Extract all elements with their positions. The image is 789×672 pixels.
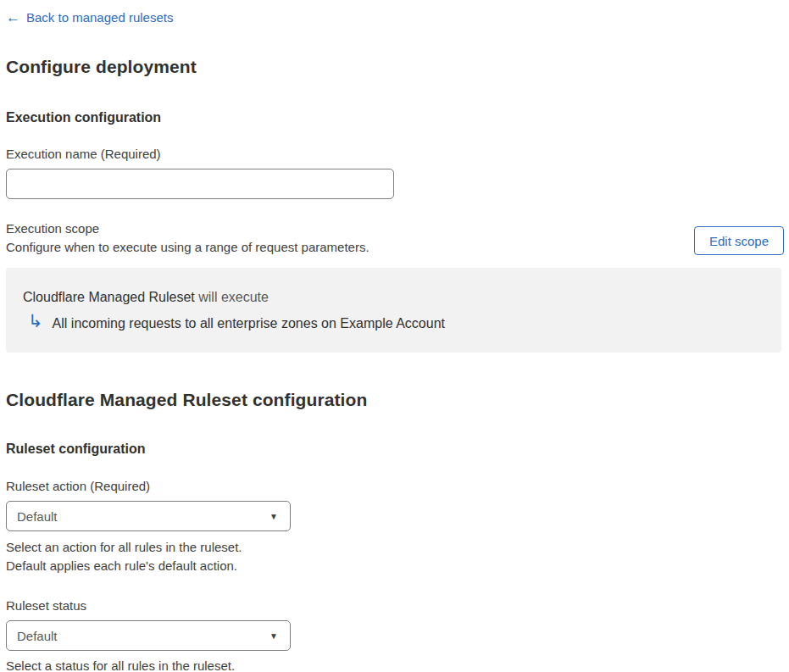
ruleset-configuration-subheading: Ruleset configuration — [6, 442, 784, 457]
ruleset-name-text: Cloudflare Managed Ruleset — [23, 290, 195, 304]
ruleset-status-help: Select a status for all rules in the rul… — [6, 657, 784, 672]
execution-configuration-heading: Execution configuration — [6, 110, 784, 125]
ruleset-configuration-title: Cloudflare Managed Ruleset configuration — [6, 390, 784, 410]
back-arrow-icon: ← — [6, 10, 20, 25]
chevron-down-icon: ▼ — [269, 631, 278, 641]
ruleset-action-value: Default — [17, 509, 58, 524]
execution-name-label: Execution name (Required) — [6, 147, 784, 161]
ruleset-action-help-line-2: Default applies each rule's default acti… — [6, 557, 784, 575]
back-to-managed-rulesets-link[interactable]: ← Back to managed rulesets — [6, 10, 173, 25]
scope-summary-detail: ↳ All incoming requests to all enterpris… — [23, 314, 764, 332]
execution-scope-text: Execution scope Configure when to execut… — [6, 221, 369, 254]
ruleset-action-help-line-1: Select an action for all rules in the ru… — [6, 538, 784, 557]
ruleset-status-label: Ruleset status — [6, 598, 784, 613]
ruleset-configuration-section: Cloudflare Managed Ruleset configuration… — [6, 390, 784, 672]
ruleset-action-label: Ruleset action (Required) — [6, 479, 784, 493]
execution-scope-label: Execution scope — [6, 221, 369, 236]
edit-scope-button[interactable]: Edit scope — [694, 226, 784, 255]
execution-configuration-section: Execution configuration Execution name (… — [6, 110, 784, 353]
execution-name-input[interactable] — [6, 169, 394, 199]
will-execute-text: will execute — [195, 290, 269, 304]
chevron-down-icon: ▼ — [269, 512, 278, 521]
page-title: Configure deployment — [6, 57, 784, 77]
configure-deployment-page: ← Back to managed rulesets Configure dep… — [0, 0, 789, 672]
scope-summary-text: All incoming requests to all enterprise … — [53, 316, 445, 331]
ruleset-action-field: Ruleset action (Required) Default ▼ Sele… — [6, 479, 784, 575]
scope-summary-headline: Cloudflare Managed Ruleset will execute — [23, 290, 764, 305]
ruleset-action-select[interactable]: Default ▼ — [6, 501, 291, 531]
ruleset-status-select[interactable]: Default ▼ — [6, 620, 291, 651]
back-link-label: Back to managed rulesets — [26, 10, 173, 25]
ruleset-status-field: Ruleset status Default ▼ Select a status… — [6, 598, 784, 672]
return-arrow-icon: ↳ — [28, 312, 43, 330]
scope-summary-panel: Cloudflare Managed Ruleset will execute … — [6, 268, 781, 353]
execution-scope-row: Execution scope Configure when to execut… — [6, 221, 784, 255]
ruleset-status-value: Default — [17, 629, 58, 643]
execution-scope-description: Configure when to execute using a range … — [6, 240, 369, 254]
